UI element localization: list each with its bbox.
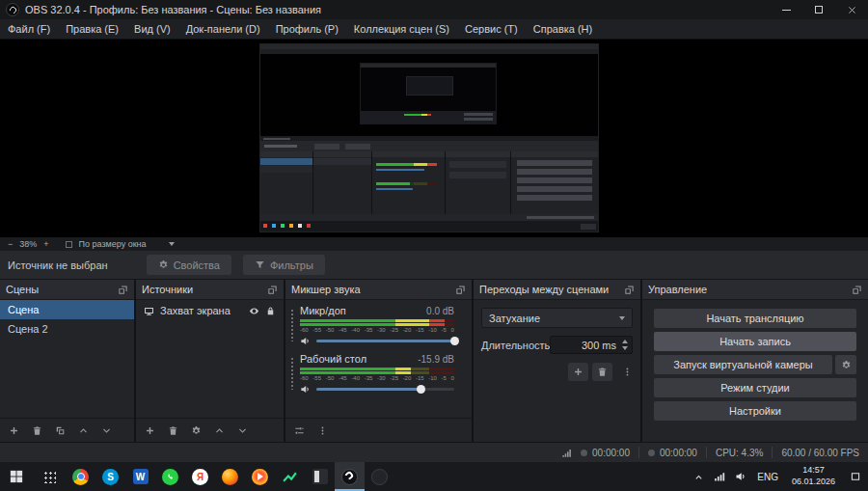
virtual-camera-settings-button[interactable] <box>835 355 856 374</box>
lock-icon[interactable] <box>265 306 276 316</box>
language-indicator[interactable]: ENG <box>751 472 784 482</box>
move-scene-down-icon[interactable] <box>101 425 112 436</box>
dock-popout-icon[interactable] <box>852 285 862 295</box>
studio-mode-button[interactable]: Режим студии <box>654 378 856 397</box>
menu-item-file[interactable]: Файл (F) <box>0 19 58 39</box>
meter-tick-label: -50 <box>326 375 335 381</box>
volume-slider-handle[interactable] <box>450 337 459 345</box>
duration-input[interactable]: 300 ms <box>550 336 633 354</box>
volume-slider-handle[interactable] <box>417 385 425 394</box>
menu-item-help[interactable]: Справка (H) <box>526 19 600 39</box>
notification-center-button[interactable] <box>843 462 868 491</box>
transition-selected-value: Затухание <box>489 313 540 324</box>
filters-label: Фильтры <box>270 259 313 271</box>
close-button[interactable] <box>835 0 868 19</box>
scene-list-item[interactable]: Сцена 2 <box>0 319 134 339</box>
duplicate-scene-icon[interactable] <box>55 425 66 436</box>
start-recording-button[interactable]: Начать запись <box>654 332 856 351</box>
mini-nested-capture <box>361 64 496 123</box>
taskbar-app-chrome[interactable] <box>66 462 95 491</box>
tray-volume-button[interactable] <box>730 462 751 491</box>
move-source-up-icon[interactable] <box>214 425 225 436</box>
menu-item-scene-collection[interactable]: Коллекция сцен (S) <box>346 19 457 39</box>
window-title: OBS 32.0.4 - Профиль: Без названия - Сце… <box>25 4 321 15</box>
source-toolbar: Источник не выбран Свойства Фильтры <box>0 251 868 280</box>
scenes-toolbar <box>0 418 134 442</box>
word-icon: W <box>133 469 149 484</box>
taskbar-app-yandex[interactable]: Я <box>185 462 215 491</box>
add-scene-icon[interactable] <box>9 425 19 436</box>
volume-slider[interactable] <box>316 340 454 342</box>
remove-scene-icon[interactable] <box>32 425 42 436</box>
dock-popout-icon[interactable] <box>455 285 466 295</box>
dock-popout-icon[interactable] <box>624 285 635 295</box>
spinner-down-icon[interactable] <box>622 346 628 350</box>
meter-tick-label: -10 <box>428 375 437 381</box>
sources-list: Захват экрана <box>136 300 284 418</box>
meter-tick-label: -40 <box>351 375 360 381</box>
clock-date: 06.01.2026 <box>792 477 835 488</box>
taskbar-app-icon[interactable] <box>305 462 335 491</box>
move-source-down-icon[interactable] <box>237 425 248 436</box>
notification-icon <box>850 471 861 482</box>
properties-button[interactable]: Свойства <box>147 255 231 275</box>
speaker-icon[interactable] <box>300 384 311 395</box>
add-transition-button[interactable] <box>568 363 588 381</box>
fit-to-window-checkbox[interactable] <box>66 241 72 248</box>
maximize-button[interactable] <box>802 0 835 19</box>
dock-area: Сцены Сцена Сцена 2 Исто <box>0 280 868 442</box>
tray-network-button[interactable] <box>709 462 730 491</box>
remove-transition-button[interactable] <box>592 363 612 381</box>
audio-mixer-dock: Микшер звука Микр/доп 0.0 dB -60-55-50-4… <box>285 280 472 442</box>
transitions-dock: Переходы между сценами Затухание Длитель… <box>474 280 640 442</box>
taskbar-app-skype[interactable]: S <box>95 462 125 491</box>
scenes-list: Сцена Сцена 2 <box>0 300 134 418</box>
visibility-eye-icon[interactable] <box>249 306 259 316</box>
menu-item-profile[interactable]: Профиль (P) <box>268 19 346 39</box>
source-list-item[interactable]: Захват экрана <box>136 300 284 321</box>
scene-list-item[interactable]: Сцена <box>0 300 134 319</box>
menu-item-tools[interactable]: Сервис (T) <box>457 19 526 39</box>
menu-item-view[interactable]: Вид (V) <box>126 19 178 39</box>
plus-icon <box>573 367 583 377</box>
filters-button[interactable]: Фильтры <box>243 255 325 275</box>
tray-expand-button[interactable] <box>688 462 709 491</box>
taskbar-app-firefox[interactable] <box>215 462 245 491</box>
spinner-up-icon[interactable] <box>622 340 628 343</box>
menu-item-docks[interactable]: Док-панели (D) <box>178 19 268 39</box>
speaker-icon[interactable] <box>300 336 311 346</box>
meter-tick-label: -35 <box>365 327 373 333</box>
taskbar-clock[interactable]: 14:57 06.01.2026 <box>784 465 843 487</box>
menu-item-edit[interactable]: Правка (E) <box>58 19 126 39</box>
yandex-browser-icon <box>252 469 268 485</box>
volume-slider[interactable] <box>316 388 454 391</box>
move-scene-up-icon[interactable] <box>78 425 89 436</box>
taskbar-app-obs[interactable] <box>335 462 365 491</box>
kebab-menu-icon <box>622 367 633 377</box>
source-properties-gear-icon[interactable] <box>191 425 202 436</box>
transition-select[interactable]: Затухание <box>481 308 633 328</box>
task-view-button[interactable] <box>33 462 66 491</box>
chevron-down-icon[interactable] <box>169 242 175 246</box>
fit-to-window-label[interactable]: По размеру окна <box>79 239 147 249</box>
dock-popout-icon[interactable] <box>118 285 128 295</box>
start-button[interactable] <box>0 462 33 491</box>
taskbar-app-word[interactable]: W <box>125 462 155 491</box>
settings-button[interactable]: Настройки <box>654 401 856 421</box>
start-virtual-camera-button[interactable]: Запуск виртуальной камеры <box>654 355 832 374</box>
taskbar-app-whatsapp[interactable] <box>155 462 185 491</box>
transition-menu-button[interactable] <box>622 367 633 377</box>
taskbar-app-icon[interactable] <box>365 462 394 491</box>
kebab-menu-icon[interactable] <box>317 425 328 436</box>
audio-settings-icon[interactable] <box>294 425 305 436</box>
preview-canvas[interactable] <box>0 40 868 237</box>
dock-popout-icon[interactable] <box>267 285 278 295</box>
zoom-in-button[interactable]: + <box>43 239 48 249</box>
taskbar-app-yandex-browser[interactable] <box>245 462 275 491</box>
start-streaming-button[interactable]: Начать трансляцию <box>654 309 856 328</box>
add-source-icon[interactable] <box>145 425 155 436</box>
remove-source-icon[interactable] <box>168 425 178 436</box>
zoom-out-button[interactable]: − <box>8 239 13 249</box>
minimize-button[interactable] <box>770 0 802 19</box>
taskbar-app-green[interactable] <box>275 462 305 491</box>
